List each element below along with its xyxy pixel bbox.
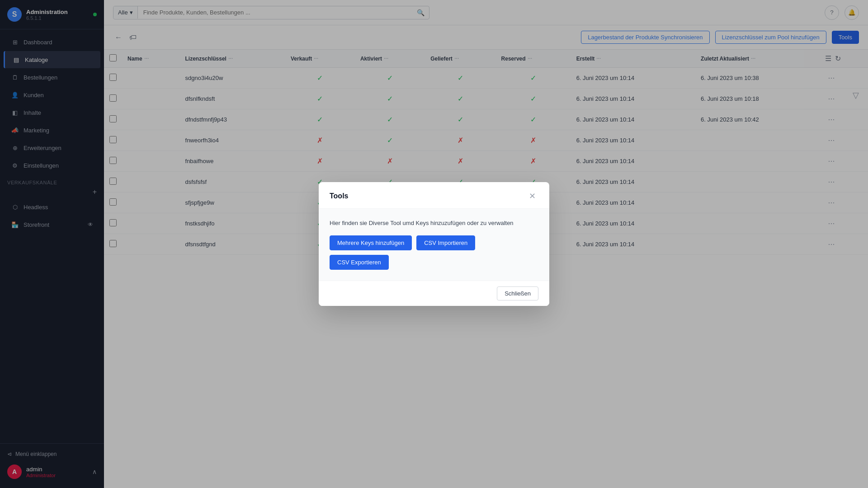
modal-footer: Schließen (319, 281, 549, 306)
modal-description: Hier finden sie Diverse Tool umd Keys hi… (330, 220, 538, 226)
modal-header: Tools ✕ (319, 182, 549, 209)
modal-title: Tools (330, 192, 348, 200)
add-multiple-keys-button[interactable]: Mehrere Keys hinzufügen (330, 235, 412, 250)
modal-close-button[interactable]: ✕ (526, 191, 538, 201)
csv-import-button[interactable]: CSV Importieren (416, 235, 475, 250)
modal-action-buttons: Mehrere Keys hinzufügen CSV Importieren … (330, 235, 538, 270)
tools-modal: Tools ✕ Hier finden sie Diverse Tool umd… (319, 182, 549, 306)
csv-export-button[interactable]: CSV Exportieren (330, 255, 389, 270)
modal-body: Hier finden sie Diverse Tool umd Keys hi… (319, 209, 549, 281)
modal-overlay[interactable]: Tools ✕ Hier finden sie Diverse Tool umd… (0, 0, 868, 488)
close-modal-button[interactable]: Schließen (497, 286, 538, 300)
